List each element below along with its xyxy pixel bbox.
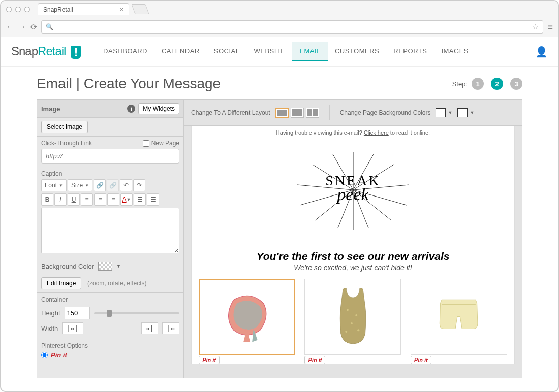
height-input[interactable] (65, 307, 90, 319)
click-through-url-input[interactable] (41, 149, 179, 164)
logo[interactable]: SnapRetail ! (11, 44, 81, 59)
new-page-checkbox[interactable]: New Page (143, 140, 179, 147)
pinterest-radio[interactable] (41, 352, 48, 358)
product-1[interactable]: Pin it (199, 279, 295, 364)
redo-icon[interactable]: ↷ (133, 179, 145, 191)
pin-it-label: Pin it (51, 351, 67, 359)
step-3[interactable]: 3 (510, 78, 522, 90)
logo-part2: Retail (38, 44, 66, 58)
edit-image-hint: (zoom, rotate, effects) (87, 280, 147, 287)
address-bar[interactable]: 🔍 ☆ (41, 20, 543, 34)
chevron-down-icon[interactable]: ▼ (470, 110, 474, 115)
font-select[interactable]: Font▼ (41, 179, 67, 191)
step-1[interactable]: 1 (472, 78, 484, 90)
new-tab-button[interactable] (131, 4, 149, 14)
view-online-link[interactable]: Click here (364, 129, 389, 136)
layout-option-2col-alt[interactable] (306, 108, 319, 118)
product-row: Pin it Pin it (192, 277, 514, 364)
editor: Image i My Widgets Select Image Click-Th… (37, 99, 522, 378)
email-subhead[interactable]: We're so excited, we just can't hide it! (192, 264, 514, 277)
nav-website[interactable]: WEBSITE (246, 42, 292, 61)
align-right-icon[interactable]: ≡ (107, 193, 119, 206)
italic-icon[interactable]: I (54, 193, 67, 206)
logo-part1: Snap (11, 44, 38, 58)
page-title-row: Email | Create Your Message Step: 1 2 3 (1, 67, 558, 99)
pin-it-button-1[interactable]: Pin it (199, 356, 220, 364)
underline-icon[interactable]: U (68, 193, 80, 206)
svg-point-18 (345, 331, 347, 333)
my-widgets-button[interactable]: My Widgets (138, 103, 179, 114)
shorts-image (416, 283, 502, 350)
product-3[interactable]: Pin it (411, 279, 507, 364)
page-bg-color[interactable] (436, 108, 446, 117)
page-title: Email | Create Your Message (37, 76, 452, 92)
close-tab-icon[interactable]: × (119, 6, 123, 13)
align-center-icon[interactable]: ≡ (94, 193, 106, 206)
forward-button[interactable]: → (18, 22, 26, 31)
align-left-icon[interactable]: ≡ (81, 193, 93, 206)
height-slider[interactable] (94, 312, 179, 314)
nav-dashboard[interactable]: DASHBOARD (96, 42, 154, 61)
panel-title: Image (41, 105, 127, 113)
email-canvas: Change To A Different Layout Change Page… (184, 100, 522, 378)
back-button[interactable]: ← (6, 22, 14, 31)
browser-menu-icon[interactable]: ≡ (547, 22, 553, 32)
unordered-list-icon[interactable]: ☰ (147, 193, 159, 206)
nav-social[interactable]: SOCIAL (207, 42, 247, 61)
unlink-icon[interactable]: 🔗 (107, 179, 119, 191)
step-label: Step: (452, 80, 468, 88)
preview-notice: Having trouble viewing this e-mail? Clic… (191, 126, 515, 139)
hero-logo[interactable]: SNEAK peek (192, 139, 514, 238)
ordered-list-icon[interactable]: ☰ (134, 193, 146, 206)
bg-color-label-canvas: Change Page Background Colors (340, 109, 431, 116)
canvas-toolbar: Change To A Different Layout Change Page… (184, 100, 522, 126)
layout-option-2col[interactable] (291, 108, 304, 118)
nav-reports[interactable]: REPORTS (386, 42, 434, 61)
link-icon[interactable]: 🔗 (94, 179, 106, 191)
caption-textarea[interactable] (41, 208, 179, 253)
text-color-icon[interactable]: A▼ (120, 193, 133, 206)
main-nav: DASHBOARD CALENDAR SOCIAL WEBSITE EMAIL … (96, 42, 535, 61)
logo-badge-icon: ! (71, 46, 81, 59)
bookmark-icon[interactable]: ☆ (532, 22, 539, 31)
step-indicator: Step: 1 2 3 (452, 78, 522, 90)
width-align-left-button[interactable]: |← (162, 322, 179, 334)
layout-option-1col[interactable] (275, 108, 289, 118)
svg-point-14 (347, 309, 349, 311)
browser-tab[interactable]: SnapRetail × (38, 3, 129, 15)
page-bg-color-2[interactable] (457, 108, 468, 117)
nav-calendar[interactable]: CALENDAR (154, 42, 207, 61)
bold-icon[interactable]: B (41, 193, 53, 206)
info-icon[interactable]: i (127, 105, 135, 113)
height-label: Height (41, 309, 60, 317)
undo-icon[interactable]: ↶ (120, 179, 132, 191)
browser-chrome: SnapRetail × ← → ⟳ 🔍 ☆ ≡ (1, 1, 558, 37)
edit-image-button[interactable]: Edit Image (41, 277, 81, 289)
chevron-down-icon[interactable]: ▼ (116, 264, 121, 269)
chevron-down-icon[interactable]: ▼ (448, 110, 452, 115)
select-image-button[interactable]: Select Image (41, 121, 88, 133)
nav-customers[interactable]: CUSTOMERS (328, 42, 386, 61)
nav-email[interactable]: EMAIL (292, 42, 328, 61)
width-fit-button[interactable]: |↔| (62, 322, 83, 334)
user-icon[interactable]: 👤 (535, 46, 548, 58)
scarf-image (204, 283, 289, 350)
minimize-window[interactable] (15, 7, 21, 12)
layout-label: Change To A Different Layout (191, 109, 270, 116)
pin-it-button-2[interactable]: Pin it (304, 356, 325, 364)
caption-label: Caption (41, 170, 62, 177)
width-align-right-button[interactable]: →| (141, 322, 159, 334)
nav-images[interactable]: IMAGES (434, 42, 476, 61)
pinterest-label: Pinterest Options (41, 342, 88, 349)
close-window[interactable] (6, 7, 12, 12)
email-headline[interactable]: You're the first to see our new arrivals (192, 246, 514, 264)
bg-color-swatch[interactable] (98, 262, 112, 271)
pin-it-button-3[interactable]: Pin it (411, 356, 431, 364)
step-2[interactable]: 2 (491, 78, 503, 90)
maximize-window[interactable] (24, 7, 30, 12)
size-select[interactable]: Size▼ (68, 179, 92, 191)
app-header: SnapRetail ! DASHBOARD CALENDAR SOCIAL W… (1, 37, 558, 67)
url-input[interactable] (56, 23, 532, 31)
product-2[interactable]: Pin it (304, 279, 401, 364)
reload-button[interactable]: ⟳ (30, 22, 37, 32)
